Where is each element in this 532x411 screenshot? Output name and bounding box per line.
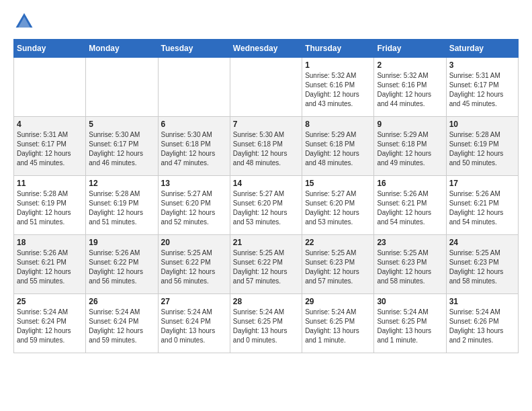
- header-day-tuesday: Tuesday: [158, 40, 230, 58]
- day-number: 21: [233, 238, 299, 247]
- calendar-cell: 21Sunrise: 5:25 AM Sunset: 6:22 PM Dayli…: [230, 235, 302, 294]
- calendar-body: 1Sunrise: 5:32 AM Sunset: 6:16 PM Daylig…: [14, 58, 519, 353]
- day-number: 9: [377, 120, 443, 129]
- calendar-cell: 27Sunrise: 5:24 AM Sunset: 6:24 PM Dayli…: [158, 294, 230, 353]
- calendar-cell: 31Sunrise: 5:24 AM Sunset: 6:26 PM Dayli…: [446, 294, 518, 353]
- day-number: 26: [89, 297, 154, 306]
- header-day-wednesday: Wednesday: [230, 40, 302, 58]
- calendar-cell: 6Sunrise: 5:30 AM Sunset: 6:18 PM Daylig…: [158, 117, 230, 176]
- calendar-cell: 1Sunrise: 5:32 AM Sunset: 6:16 PM Daylig…: [302, 58, 374, 117]
- calendar-cell: [86, 58, 158, 117]
- day-number: 28: [233, 297, 299, 306]
- calendar-cell: 8Sunrise: 5:29 AM Sunset: 6:18 PM Daylig…: [302, 117, 374, 176]
- calendar-cell: 17Sunrise: 5:26 AM Sunset: 6:21 PM Dayli…: [446, 176, 518, 235]
- day-number: 5: [89, 120, 154, 129]
- calendar-cell: 20Sunrise: 5:25 AM Sunset: 6:22 PM Dayli…: [158, 235, 230, 294]
- logo: [13, 11, 39, 32]
- day-info: Sunrise: 5:32 AM Sunset: 6:16 PM Dayligh…: [377, 71, 443, 109]
- week-row-3: 11Sunrise: 5:28 AM Sunset: 6:19 PM Dayli…: [14, 176, 519, 235]
- day-number: 24: [449, 238, 515, 247]
- day-number: 15: [305, 179, 371, 188]
- day-info: Sunrise: 5:24 AM Sunset: 6:24 PM Dayligh…: [89, 308, 154, 345]
- day-info: Sunrise: 5:28 AM Sunset: 6:19 PM Dayligh…: [89, 189, 154, 227]
- day-number: 14: [233, 179, 299, 188]
- day-info: Sunrise: 5:30 AM Sunset: 6:18 PM Dayligh…: [233, 130, 299, 168]
- day-info: Sunrise: 5:24 AM Sunset: 6:25 PM Dayligh…: [305, 308, 371, 345]
- day-number: 23: [377, 238, 443, 247]
- day-info: Sunrise: 5:29 AM Sunset: 6:18 PM Dayligh…: [377, 130, 443, 168]
- header: [13, 11, 519, 32]
- logo-icon: [13, 11, 35, 32]
- day-number: 10: [449, 120, 515, 129]
- day-info: Sunrise: 5:30 AM Sunset: 6:18 PM Dayligh…: [161, 130, 227, 168]
- day-number: 22: [305, 238, 371, 247]
- calendar-cell: 11Sunrise: 5:28 AM Sunset: 6:19 PM Dayli…: [14, 176, 86, 235]
- week-row-1: 1Sunrise: 5:32 AM Sunset: 6:16 PM Daylig…: [14, 58, 519, 117]
- day-number: 12: [89, 179, 154, 188]
- day-info: Sunrise: 5:26 AM Sunset: 6:21 PM Dayligh…: [17, 248, 83, 286]
- calendar-cell: 3Sunrise: 5:31 AM Sunset: 6:17 PM Daylig…: [446, 58, 518, 117]
- day-info: Sunrise: 5:31 AM Sunset: 6:17 PM Dayligh…: [17, 130, 83, 168]
- calendar-header: SundayMondayTuesdayWednesdayThursdayFrid…: [14, 40, 519, 58]
- day-number: 6: [161, 120, 227, 129]
- week-row-2: 4Sunrise: 5:31 AM Sunset: 6:17 PM Daylig…: [14, 117, 519, 176]
- day-info: Sunrise: 5:26 AM Sunset: 6:21 PM Dayligh…: [449, 189, 515, 227]
- header-day-sunday: Sunday: [14, 40, 86, 58]
- day-info: Sunrise: 5:25 AM Sunset: 6:23 PM Dayligh…: [377, 248, 443, 286]
- day-number: 30: [377, 297, 443, 306]
- calendar-cell: 18Sunrise: 5:26 AM Sunset: 6:21 PM Dayli…: [14, 235, 86, 294]
- day-info: Sunrise: 5:30 AM Sunset: 6:17 PM Dayligh…: [89, 130, 154, 168]
- days-header-row: SundayMondayTuesdayWednesdayThursdayFrid…: [14, 40, 519, 58]
- day-info: Sunrise: 5:28 AM Sunset: 6:19 PM Dayligh…: [17, 189, 83, 227]
- day-number: 18: [17, 238, 83, 247]
- calendar-cell: 30Sunrise: 5:24 AM Sunset: 6:25 PM Dayli…: [374, 294, 446, 353]
- day-info: Sunrise: 5:27 AM Sunset: 6:20 PM Dayligh…: [161, 189, 227, 227]
- calendar-cell: 19Sunrise: 5:26 AM Sunset: 6:22 PM Dayli…: [86, 235, 158, 294]
- day-number: 29: [305, 297, 371, 306]
- day-number: 20: [161, 238, 227, 247]
- calendar-cell: 14Sunrise: 5:27 AM Sunset: 6:20 PM Dayli…: [230, 176, 302, 235]
- day-info: Sunrise: 5:24 AM Sunset: 6:26 PM Dayligh…: [449, 308, 515, 345]
- day-number: 27: [161, 297, 227, 306]
- calendar-cell: 5Sunrise: 5:30 AM Sunset: 6:17 PM Daylig…: [86, 117, 158, 176]
- calendar-cell: 12Sunrise: 5:28 AM Sunset: 6:19 PM Dayli…: [86, 176, 158, 235]
- calendar-cell: 13Sunrise: 5:27 AM Sunset: 6:20 PM Dayli…: [158, 176, 230, 235]
- day-info: Sunrise: 5:24 AM Sunset: 6:24 PM Dayligh…: [17, 308, 83, 345]
- day-info: Sunrise: 5:25 AM Sunset: 6:23 PM Dayligh…: [305, 248, 371, 286]
- day-number: 8: [305, 120, 371, 129]
- week-row-5: 25Sunrise: 5:24 AM Sunset: 6:24 PM Dayli…: [14, 294, 519, 353]
- day-number: 1: [305, 60, 371, 70]
- day-number: 25: [17, 297, 83, 306]
- day-info: Sunrise: 5:25 AM Sunset: 6:22 PM Dayligh…: [233, 248, 299, 286]
- week-row-4: 18Sunrise: 5:26 AM Sunset: 6:21 PM Dayli…: [14, 235, 519, 294]
- calendar-cell: 2Sunrise: 5:32 AM Sunset: 6:16 PM Daylig…: [374, 58, 446, 117]
- day-info: Sunrise: 5:25 AM Sunset: 6:23 PM Dayligh…: [449, 248, 515, 286]
- calendar-cell: 4Sunrise: 5:31 AM Sunset: 6:17 PM Daylig…: [14, 117, 86, 176]
- day-info: Sunrise: 5:28 AM Sunset: 6:19 PM Dayligh…: [449, 130, 515, 168]
- day-number: 4: [17, 120, 83, 129]
- header-day-monday: Monday: [86, 40, 158, 58]
- day-info: Sunrise: 5:26 AM Sunset: 6:21 PM Dayligh…: [377, 189, 443, 227]
- day-info: Sunrise: 5:29 AM Sunset: 6:18 PM Dayligh…: [305, 130, 371, 168]
- calendar-cell: 29Sunrise: 5:24 AM Sunset: 6:25 PM Dayli…: [302, 294, 374, 353]
- calendar-cell: [158, 58, 230, 117]
- day-info: Sunrise: 5:27 AM Sunset: 6:20 PM Dayligh…: [233, 189, 299, 227]
- calendar-cell: 24Sunrise: 5:25 AM Sunset: 6:23 PM Dayli…: [446, 235, 518, 294]
- day-number: 7: [233, 120, 299, 129]
- day-info: Sunrise: 5:24 AM Sunset: 6:24 PM Dayligh…: [161, 308, 227, 345]
- calendar-cell: 15Sunrise: 5:27 AM Sunset: 6:20 PM Dayli…: [302, 176, 374, 235]
- day-number: 13: [161, 179, 227, 188]
- calendar-cell: 25Sunrise: 5:24 AM Sunset: 6:24 PM Dayli…: [14, 294, 86, 353]
- day-info: Sunrise: 5:24 AM Sunset: 6:25 PM Dayligh…: [233, 308, 299, 345]
- calendar-cell: 9Sunrise: 5:29 AM Sunset: 6:18 PM Daylig…: [374, 117, 446, 176]
- calendar-cell: 7Sunrise: 5:30 AM Sunset: 6:18 PM Daylig…: [230, 117, 302, 176]
- calendar-page: SundayMondayTuesdayWednesdayThursdayFrid…: [0, 0, 532, 364]
- day-info: Sunrise: 5:31 AM Sunset: 6:17 PM Dayligh…: [449, 71, 515, 109]
- calendar-cell: 26Sunrise: 5:24 AM Sunset: 6:24 PM Dayli…: [86, 294, 158, 353]
- header-day-saturday: Saturday: [446, 40, 518, 58]
- day-info: Sunrise: 5:27 AM Sunset: 6:20 PM Dayligh…: [305, 189, 371, 227]
- day-number: 2: [377, 60, 443, 70]
- day-number: 16: [377, 179, 443, 188]
- header-day-friday: Friday: [374, 40, 446, 58]
- calendar-cell: [14, 58, 86, 117]
